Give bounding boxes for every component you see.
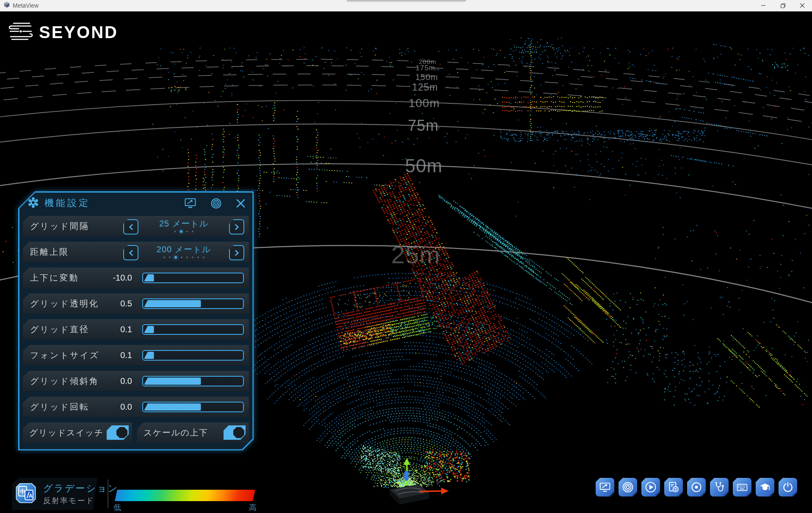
stepper-dot: [197, 256, 199, 258]
font-size-row: フォントサイズ 0.1: [23, 345, 249, 365]
window-title: MetaView: [13, 2, 39, 9]
slider-fill: [144, 274, 154, 281]
vertical-offset-value: -10.0: [78, 273, 132, 283]
minimize-button[interactable]: [754, 0, 773, 11]
target-rings-button[interactable]: [619, 478, 637, 496]
grid-interval-value: 25 メートル: [141, 218, 226, 229]
keyboard-button[interactable]: [733, 478, 751, 496]
legend-low-label: 低: [113, 502, 121, 513]
scale-updown-toggle[interactable]: [224, 425, 246, 440]
grid-interval-row: グリッド間隔 25 メートル: [23, 216, 249, 236]
restore-button[interactable]: [773, 0, 793, 11]
grid-switch-toggle[interactable]: [107, 425, 129, 440]
slider-fill: [144, 300, 201, 307]
toggle-row: グリッドスイッチ スケールの上下: [23, 422, 249, 443]
grid-diameter-row: グリッド直径 0.1: [23, 319, 249, 339]
grid-interval-increase-button[interactable]: [229, 219, 244, 234]
education-cap-button[interactable]: [756, 478, 774, 496]
grid-opacity-row: グリッド透明化 0.5: [23, 293, 249, 314]
stepper-dot: [169, 256, 171, 258]
grid-opacity-slider[interactable]: [142, 298, 244, 309]
bottom-toolbar: [596, 478, 797, 496]
grid-switch-box: グリッドスイッチ: [23, 422, 132, 443]
font-size-slider[interactable]: [142, 350, 244, 361]
distance-limit-decrease-button[interactable]: [123, 245, 138, 260]
close-window-button[interactable]: [793, 0, 812, 11]
stepper-dot: [203, 256, 204, 258]
titlebar-shadow: [347, 0, 466, 3]
grid-interval-decrease-button[interactable]: [123, 219, 138, 234]
translate-icon[interactable]: 中 A: [15, 483, 36, 505]
stepper-dot: [192, 231, 193, 232]
diagnostics-stethoscope-button[interactable]: [710, 478, 729, 496]
svg-text:A: A: [29, 493, 33, 499]
font-size-value: 0.1: [78, 350, 132, 360]
grid-tilt-value: 0.0: [78, 376, 132, 386]
scale-updown-knob: [233, 427, 244, 438]
app-icon: [3, 1, 10, 10]
reflectance-gradient-bar: [115, 490, 255, 501]
stepper-dot: [186, 231, 188, 232]
distance-limit-increase-button[interactable]: [229, 245, 244, 260]
settings-panel: 機能設定: [18, 191, 254, 450]
stepper-dot: [163, 256, 165, 258]
vertical-offset-label: 上下に変動: [30, 272, 79, 284]
power-button[interactable]: [779, 478, 797, 496]
grid-rotation-value: 0.0: [78, 402, 132, 412]
distance-limit-label: 距離上限: [30, 246, 69, 258]
grid-diameter-value: 0.1: [78, 325, 132, 334]
vertical-offset-row: 上下に変動 -10.0: [23, 268, 249, 288]
vertical-offset-slider[interactable]: [142, 273, 244, 283]
settings-panel-title: 機能設定: [44, 197, 170, 210]
distance-limit-value: 200 メートル: [141, 244, 226, 255]
slider-fill: [144, 352, 154, 359]
grid-tilt-row: グリッド傾斜角 0.0: [23, 371, 249, 391]
gear-icon: [28, 197, 39, 210]
metaview-app: 200m175m150m125m100m75m50m25m MetaView: [0, 0, 812, 513]
display-cast-button[interactable]: [596, 478, 614, 496]
stepper-dot: [192, 256, 193, 258]
grid-rotation-slider[interactable]: [142, 402, 244, 412]
stepper-dot: [174, 256, 177, 259]
stepper-dot: [174, 231, 176, 232]
scale-updown-box: スケールの上下: [137, 422, 249, 443]
grid-tilt-slider[interactable]: [142, 376, 244, 386]
grid-switch-label: グリッドスイッチ: [29, 427, 104, 439]
record-button[interactable]: [687, 478, 706, 496]
grid-rotation-row: グリッド回転 0.0: [23, 397, 249, 417]
seyond-logo-icon: [8, 22, 33, 42]
grid-switch-knob: [116, 427, 127, 438]
settings-panel-border: 機能設定: [18, 191, 254, 450]
brand-logo: SEYOND: [8, 22, 118, 42]
reflectance-mode-subtitle: 反射率モード: [43, 496, 94, 506]
legend-divider: [108, 480, 108, 508]
slider-fill: [144, 378, 201, 385]
target-icon[interactable]: [211, 198, 221, 209]
scale-updown-label: スケールの上下: [144, 427, 208, 439]
settings-panel-header: 機能設定: [18, 191, 254, 215]
play-button[interactable]: [641, 478, 660, 496]
legend-high-label: 高: [249, 502, 257, 513]
slider-fill: [144, 326, 154, 333]
file-transfer-button[interactable]: [664, 478, 683, 496]
distance-limit-row: 距離上限 200 メートル: [23, 242, 249, 262]
grid-interval-dots: [141, 230, 226, 233]
stepper-dot: [181, 256, 182, 258]
grid-diameter-slider[interactable]: [142, 324, 244, 335]
grid-interval-label: グリッド間隔: [30, 221, 89, 232]
stepper-dot: [186, 256, 188, 258]
reflectance-legend: 中 A グラデーション 反射率モード 低 高: [12, 477, 266, 512]
close-icon[interactable]: [236, 199, 245, 208]
slider-fill: [144, 403, 201, 411]
brand-logo-text: SEYOND: [39, 24, 118, 41]
display-cast-icon[interactable]: [185, 198, 196, 208]
distance-limit-dots: [141, 256, 226, 259]
grid-opacity-value: 0.5: [78, 299, 132, 309]
stepper-dot: [180, 230, 182, 233]
